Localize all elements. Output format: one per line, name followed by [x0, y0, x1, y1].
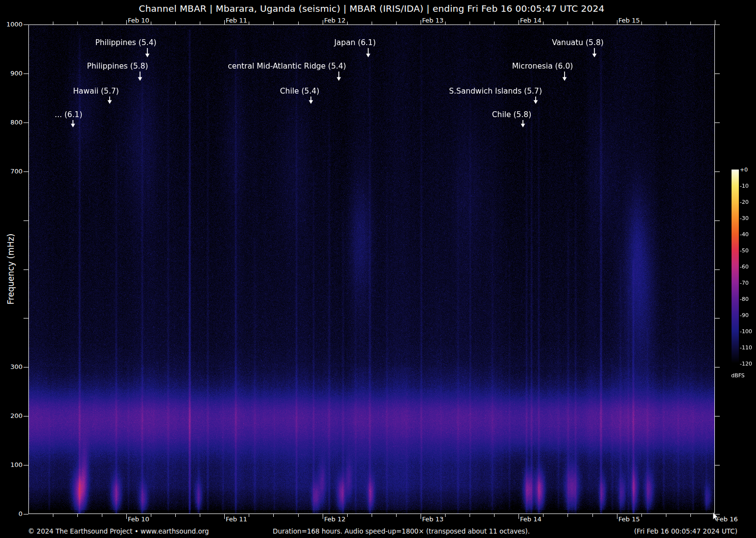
- x-minor-tick-bottom: [666, 514, 666, 517]
- x-minor-tick-top: [641, 22, 642, 24]
- y-tick-right: [715, 171, 720, 172]
- colorbar-tick-label: -20: [740, 199, 749, 205]
- colorbar-tick-label: -50: [740, 247, 749, 254]
- x-major-tick-bottom: [323, 514, 323, 519]
- event-arrow-icon: [336, 72, 342, 81]
- y-tick-label: 0: [3, 510, 23, 518]
- x-tick-label: Feb 13: [422, 516, 444, 522]
- x-minor-tick-bottom: [102, 514, 102, 517]
- x-minor-tick-bottom: [445, 514, 446, 517]
- event-annotation-label: central Mid-Atlantic Ridge (5.4): [228, 62, 346, 71]
- x-tick-label: Feb 11: [226, 516, 247, 522]
- x-minor-tick-top: [151, 22, 151, 24]
- x-tick-label: Feb 10: [128, 516, 149, 522]
- y-tick-label: 200: [3, 412, 23, 420]
- y-tick-left: [24, 465, 28, 465]
- x-minor-tick-bottom: [470, 514, 470, 517]
- colorbar-tick-label: -60: [740, 264, 749, 270]
- x-minor-tick-bottom: [347, 514, 348, 517]
- colorbar-tick-label: -40: [740, 231, 749, 238]
- x-minor-tick-top: [567, 22, 568, 24]
- event-arrow-icon: [365, 48, 371, 57]
- x-minor-tick-top: [592, 22, 593, 24]
- x-minor-tick-bottom: [396, 514, 397, 517]
- y-tick-left: [24, 514, 28, 514]
- seismic-spectrogram-page: Channel MBAR | Mbarara, Uganda (seismic)…: [0, 0, 756, 538]
- event-annotation-label: ... (6.1): [55, 110, 82, 120]
- footer-timestamp: (Fri Feb 16 00:05:47 2024 UTC): [634, 527, 737, 535]
- x-major-tick-top: [617, 20, 617, 24]
- x-major-tick-top: [323, 20, 323, 24]
- x-major-tick-top: [421, 20, 421, 24]
- event-arrow-icon: [520, 120, 526, 127]
- y-tick-right: [715, 367, 720, 367]
- x-minor-tick-bottom: [494, 514, 495, 517]
- colorbar-tick-label: +0: [740, 167, 748, 173]
- x-major-tick-top: [715, 20, 715, 24]
- y-tick-right: [715, 122, 720, 123]
- x-minor-tick-bottom: [53, 514, 53, 517]
- x-minor-tick-bottom: [151, 514, 151, 517]
- y-tick-right: [715, 465, 720, 465]
- colorbar-tick-label: -120: [740, 361, 752, 367]
- x-tick-label: Feb 15: [618, 516, 640, 522]
- event-arrow-icon: [137, 72, 143, 81]
- x-minor-tick-top: [347, 22, 348, 24]
- x-minor-tick-top: [273, 22, 274, 24]
- x-minor-tick-top: [690, 22, 691, 24]
- x-tick-label: Feb 12: [324, 516, 346, 522]
- x-minor-tick-bottom: [273, 514, 274, 517]
- event-arrow-icon: [107, 97, 113, 104]
- event-arrow-icon: [308, 97, 314, 104]
- y-tick-label: 900: [3, 70, 23, 77]
- x-minor-tick-top: [200, 22, 200, 24]
- x-minor-tick-top: [396, 22, 397, 24]
- x-tick-label-top: Feb 10: [128, 17, 149, 24]
- x-minor-tick-bottom: [77, 514, 78, 517]
- x-tick-label-top: Feb 12: [324, 17, 346, 24]
- mouse-cursor-icon: [712, 512, 719, 521]
- y-tick-left: [24, 73, 28, 74]
- y-tick-right: [715, 318, 720, 318]
- event-annotation-label: Hawaii (5.7): [73, 87, 119, 96]
- page-title: Channel MBAR | Mbarara, Uganda (seismic)…: [28, 3, 715, 14]
- x-minor-tick-top: [543, 22, 543, 24]
- y-tick-right: [715, 73, 720, 74]
- x-major-tick-bottom: [617, 514, 617, 519]
- x-tick-label-top: Feb 15: [618, 17, 640, 24]
- event-annotation-label: Vanuatu (5.8): [552, 38, 604, 48]
- event-arrow-icon: [591, 48, 597, 57]
- x-minor-tick-top: [470, 22, 470, 24]
- event-arrow-icon: [533, 97, 539, 104]
- x-major-tick-top: [224, 20, 225, 24]
- event-annotation-label: Chile (5.8): [492, 110, 531, 120]
- colorbar-tick-label: -90: [740, 312, 749, 318]
- x-minor-tick-bottom: [641, 514, 642, 517]
- x-tick-label-top: Feb 11: [226, 17, 247, 24]
- y-tick-right: [715, 269, 720, 270]
- x-minor-tick-bottom: [200, 514, 200, 517]
- x-minor-tick-top: [175, 22, 176, 24]
- y-tick-left: [24, 220, 28, 221]
- y-tick-left: [24, 24, 28, 25]
- x-major-tick-top: [126, 20, 127, 24]
- colorbar-tick-label: -10: [740, 183, 749, 189]
- x-minor-tick-top: [372, 22, 372, 24]
- x-minor-tick-top: [298, 22, 299, 24]
- y-tick-left: [24, 171, 28, 172]
- x-minor-tick-bottom: [175, 514, 176, 517]
- y-tick-label: 800: [3, 119, 23, 126]
- colorbar-title: dBFS: [730, 372, 746, 379]
- footer-duration: Duration=168 hours. Audio speed-up=1800×…: [273, 527, 530, 535]
- colorbar-tick-label: -70: [740, 280, 749, 286]
- x-minor-tick-bottom: [690, 514, 691, 517]
- x-tick-label-top: Feb 13: [422, 17, 444, 24]
- x-minor-tick-top: [249, 22, 249, 24]
- footer-copyright: © 2024 The Earthsound Project • www.eart…: [28, 527, 209, 535]
- spectrogram-canvas: [28, 24, 715, 514]
- y-axis-title: Frequency (mHz): [6, 234, 16, 305]
- event-annotation-label: Chile (5.4): [280, 87, 319, 96]
- x-minor-tick-bottom: [592, 514, 593, 517]
- event-annotation-label: Japan (6.1): [334, 38, 376, 48]
- y-tick-left: [24, 269, 28, 270]
